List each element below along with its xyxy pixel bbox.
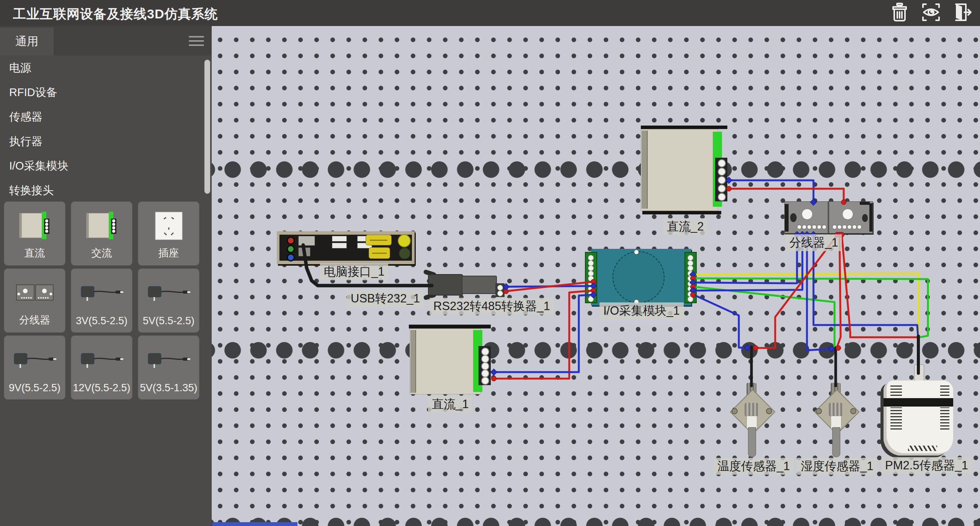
tab-general[interactable]: 通用 [0,28,54,56]
device-io-acquisition-module[interactable] [585,249,696,305]
preview-button[interactable] [919,2,943,25]
component-card-label: 5V(5.5-2.5) [138,315,199,327]
component-card-label: 3V(5.5-2.5) [71,315,132,327]
component-card-label: 12V(5.5-2.5) [71,382,132,394]
component-card-label: 9V(5.5-2.5) [4,382,65,394]
barrel-jack [842,209,853,220]
adapter-thumbnail-icon [4,340,65,380]
serial-port [366,235,392,245]
terminal-strip-left [585,252,597,303]
component-card-直流[interactable]: 直流 [4,201,65,266]
usb-port [332,243,347,248]
trash-icon [889,2,910,24]
delete-button[interactable] [887,2,912,25]
component-card-label: 5V(3.5-1.35) [138,382,199,394]
sidebar-category-4[interactable]: I/O采集模块 [0,154,212,178]
terminal-strip-right [684,252,697,303]
category-menu: 电源RFID设备传感器执行器I/O采集模块转换接头 [0,56,212,203]
device-dc-power-1[interactable] [409,325,491,395]
db9-plug [428,274,463,296]
app-title: 工业互联网设备及接线3D仿真系统 [13,5,218,23]
sidebar-tab-row: 通用 [0,26,212,56]
bottom-blue-bar [212,522,297,526]
device-pm25-sensor[interactable] [880,364,957,458]
splitter-thumbnail-icon [4,273,65,313]
device-label: I/O采集模块_1 [599,302,684,319]
component-card-label: 插座 [138,246,199,260]
component-card-label: 分线器 [4,313,65,327]
device-label: 分线器_1 [786,234,842,251]
sidebar-category-0[interactable]: 电源 [0,56,212,80]
ps2-port [298,236,315,246]
device-splitter[interactable] [784,201,873,234]
sidebar-scrollbar[interactable] [204,60,210,194]
pegboard-hole-band [212,341,980,359]
adapter-thumbnail-icon [138,340,199,380]
top-bar: 工业互联网设备及接线3D仿真系统 [0,0,980,26]
device-dc-power-2[interactable] [641,126,727,214]
adapter-thumbnail-icon [71,273,132,313]
component-card-label: 交流 [71,246,132,260]
device-label: 湿度传感器_1 [797,458,877,475]
app-window: 工业互联网设备及接线3D仿真系统 [0,0,980,526]
device-label: 电脑接口_1 [320,263,388,280]
terminal-block [495,283,505,297]
device-label: 直流_2 [663,218,707,235]
audio-jack-green [287,245,295,253]
adapter-thumbnail-icon [138,273,199,313]
device-label: PM2.5传感器_1 [881,457,972,474]
sidebar-category-5[interactable]: 转换接头 [0,178,212,203]
pegboard-hole-band [212,517,980,526]
barrel-jack [802,209,813,220]
device-label: RS232转485转换器_1 [430,298,554,315]
component-sidebar: 通用 电源RFID设备传感器执行器I/O采集模块转换接头 直流交流插座分线器3V… [0,26,212,526]
audio-jack-blue [287,253,295,261]
exit-button[interactable] [950,2,975,25]
component-card-12V(5.5-2.5)[interactable]: 12V(5.5-2.5) [71,335,132,400]
vga-port [369,247,390,259]
device-label: 直流_1 [428,396,472,413]
component-card-5V(3.5-1.35)[interactable]: 5V(3.5-1.35) [138,335,199,400]
component-card-交流[interactable]: 交流 [71,201,132,266]
pegboard-hole-band [212,161,980,178]
exit-door-icon [952,2,973,24]
menu-icon[interactable] [189,36,204,46]
component-card-9V(5.5-2.5)[interactable]: 9V(5.5-2.5) [4,335,65,400]
rs485-converter-body [462,276,497,294]
usb-port [332,236,347,242]
sidebar-category-3[interactable]: 执行器 [0,129,212,154]
component-card-插座[interactable]: 插座 [138,201,199,266]
psu-thumbnail-icon [4,206,65,246]
component-card-5V(5.5-2.5)[interactable]: 5V(5.5-2.5) [138,268,199,333]
device-label: 温度传感器_1 [714,458,794,475]
preview-eye-icon [921,2,941,24]
sidebar-category-2[interactable]: 传感器 [0,105,212,129]
sidebar-category-1[interactable]: RFID设备 [0,80,212,105]
component-card-分线器[interactable]: 分线器 [4,268,65,333]
adapter-thumbnail-icon [71,340,132,380]
toolbar [887,2,975,25]
device-usb-rs232-converter[interactable] [425,273,505,298]
module-dial [612,251,665,303]
cable-connector [914,364,924,383]
audio-jack-red [287,237,295,245]
vent-grille-yellow [398,234,411,247]
component-card-3V(5.5-2.5)[interactable]: 3V(5.5-2.5) [71,268,132,333]
component-card-grid: 直流交流插座分线器3V(5.5-2.5)5V(5.5-2.5)9V(5.5-2.… [4,201,209,400]
device-computer-interface[interactable] [277,231,415,264]
ps2-port [298,247,310,256]
socket-thumbnail-icon [138,206,199,246]
device-humidity-sensor[interactable] [813,383,859,459]
psu-thumbnail-icon [71,206,132,246]
device-temperature-sensor[interactable] [728,383,774,459]
device-label: USB转232_1 [347,290,424,307]
vent-grille-dark [399,247,411,260]
component-card-label: 直流 [4,246,65,260]
